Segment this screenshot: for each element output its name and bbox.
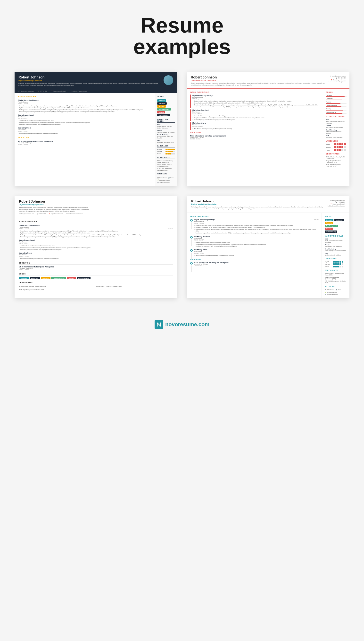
interest-item: 🤖 Artificial Intelligence [157,182,170,183]
cert-item: SEMrush Content Marketing Toolkit Course… [325,272,346,276]
resume2-header-right: ✉ robert@novoresume.com 📞 044 412 2019 📍… [328,75,346,86]
skill-tag: Teamwork [157,99,166,102]
job-block-3: Marketing Intern Riot Games 09/2014 – 03… [192,122,232,130]
contact-email: ✉ robert@novoresume.com [328,75,346,77]
timeline-item: Marketing Intern Riot Games 06/2014 – 03… [190,249,319,256]
phone-icon: 📞 044 412 2019 [38,90,48,92]
resume3-header: Robert Johnson Digital Marketing Special… [14,196,177,218]
resume2-body: WORK EXPERIENCE Digital Marketing Manage… [187,89,350,170]
skills-title: SKILLS [19,273,173,275]
job-bullet: Conducted primary research with users pl… [18,124,153,126]
language-row: French [326,149,346,151]
interest-item: 🌱 Renewable Energy [157,179,170,181]
contact-linkedin: in linkedin.com/in/robertjohnson [328,81,346,83]
language-row: English [157,149,175,150]
resume4-title: Digital Marketing Specialist [191,203,325,205]
resume1-desc: Marketing professional with proven exper… [18,83,161,87]
mskill-name: Google [157,130,175,131]
certificates-title: CERTIFICATES [326,153,346,155]
resume4-header-left: Robert Johnson Digital Marketing Special… [191,199,325,210]
resume3-desc: Marketing professional with proven exper… [19,206,92,212]
skill-bar-row: Leadership [326,98,346,100]
timeline-dot [190,262,193,264]
skill-tag: Teamwork [19,277,29,279]
cert-item: Google Analytics Individual Qualificatio… [325,276,346,279]
marketing-skills-title: MARKETING SKILLS [157,119,175,123]
skill-tag: Teamwork [325,219,334,221]
resume4-desc: Marketing professional with proven exper… [191,206,325,210]
skill-tag: Flexibility [41,277,50,279]
skill-tag: Flexibility [325,222,333,224]
language-row: Spanish [325,263,346,265]
skills-title: SKILLS [325,215,346,217]
timeline-item: Marketing Assistant Riot Games 4/2015 – … [190,236,319,247]
cert-item: Google Analytics Individual Qualificatio… [96,286,173,287]
resume4-header-right: ✉ robert@novoresume.com 📞 044 412 2019 📍… [328,199,345,210]
mskill-name: Email Marketing [157,134,175,136]
timeline-dot [190,249,193,252]
job-block-1: Digital Marketing Manager New York Astor… [194,219,319,234]
resume4-main: WORK EXPERIENCE Digital Marketing Manage… [187,213,322,298]
job-company-2: Riot Games [18,116,153,118]
skills-title: SKILLS [157,96,175,98]
language-row: French [325,266,346,267]
resume1-body: WORK EXPERIENCE Digital Marketing Manage… [14,93,177,186]
job-title-1: Digital Marketing Manager [18,99,153,101]
resume-card-1: Robert Johnson Digital Marketing Special… [14,72,177,186]
resume-card-3: Robert Johnson Digital Marketing Special… [14,196,177,298]
resume1-header: Robert Johnson Digital Marketing Special… [14,72,177,89]
timeline-item: MS in International Marketing and Manage… [190,262,319,266]
edu-dates: 09/2014 – 09/2018 [18,144,153,145]
work-experience-title: WORK EXPERIENCE [190,215,319,217]
skill-tag: Problem Solving [325,230,337,233]
skill-tag: Time Management [325,225,338,227]
resume3-contact: ✉ robert@novoresume.com 📞 044 412 2019 📍… [19,213,173,214]
resume4-header: Robert Johnson Digital Marketing Special… [187,196,350,213]
skill-bar-row: Teamwork [326,95,346,97]
language-row: English [325,261,346,262]
interest-item: 🤖 Artificial Intelligence [325,294,338,295]
interest-item: 🌱 Renewable Energy [325,291,337,293]
contact-email: ✉ robert@novoresume.com [328,199,345,201]
certificates-title: CERTIFICATES [325,269,346,271]
page-footer: novoresume.com [0,313,364,339]
resume1-name: Robert Johnson [18,75,161,79]
language-row: French [157,153,175,154]
contact-linkedin: in linkedin.com/in/robertjohnson [328,205,345,207]
edu-block: MS in International Marketing and Manage… [194,262,230,266]
footer-domain: novoresume.com [165,321,210,328]
interest-item: 🎵 Music [168,177,174,179]
footer-logo: novoresume.com [154,320,210,329]
interests-title: INTERESTS [325,285,346,287]
contact-phone: 📞 044 412 2019 [328,77,346,79]
language-row: English [326,143,346,145]
certificates-title: CERTIFICATES [157,156,175,159]
education-title: EDUCATION [18,137,153,139]
mskill-name: SEO [157,124,175,125]
cert-item: PCM - Digital Management Certification (… [157,168,175,171]
resume-grid: Robert Johnson Digital Marketing Special… [0,67,364,313]
resume4-name: Robert Johnson [191,199,325,203]
job-bullet: Located and proposed new potential busin… [18,111,153,113]
marketing-skills-title: MARKETING SKILLS [326,116,346,118]
resume-card-4: Robert Johnson Digital Marketing Special… [187,196,350,298]
education-title: EDUCATION [190,132,320,134]
skill-tag: Problem Solving [77,277,90,279]
cert-item: PCM - Digital Management Certification (… [325,280,346,283]
cert-item: PCM - Digital Management Certification (… [19,289,95,291]
timeline-dot [190,219,193,221]
skill-bar-row: Flexibility [326,101,346,104]
job-bullet: Created a new format for reporting and p… [18,105,153,107]
skill-tag: Time Management [157,108,171,111]
skills-title: SKILLS [326,91,346,93]
resume1-header-text: Robert Johnson Digital Marketing Special… [18,75,161,87]
education-title: EDUCATION [19,262,173,264]
job-company-1: Astoria Baumax [18,101,153,103]
skill-tag: Empathy [325,228,333,230]
email-icon: ✉ robert@novoresume.com [18,90,34,92]
languages-title: LANGUAGES [325,258,346,259]
mskill-sub: Ads, Analytics and Tag Manager [157,131,175,133]
education-title: EDUCATION [190,258,319,260]
resume2-sidebar: SKILLS Teamwork Leadership Flexibility T… [323,89,350,170]
resume3-body: WORK EXPERIENCE Digital Marketing Manage… [14,218,177,294]
